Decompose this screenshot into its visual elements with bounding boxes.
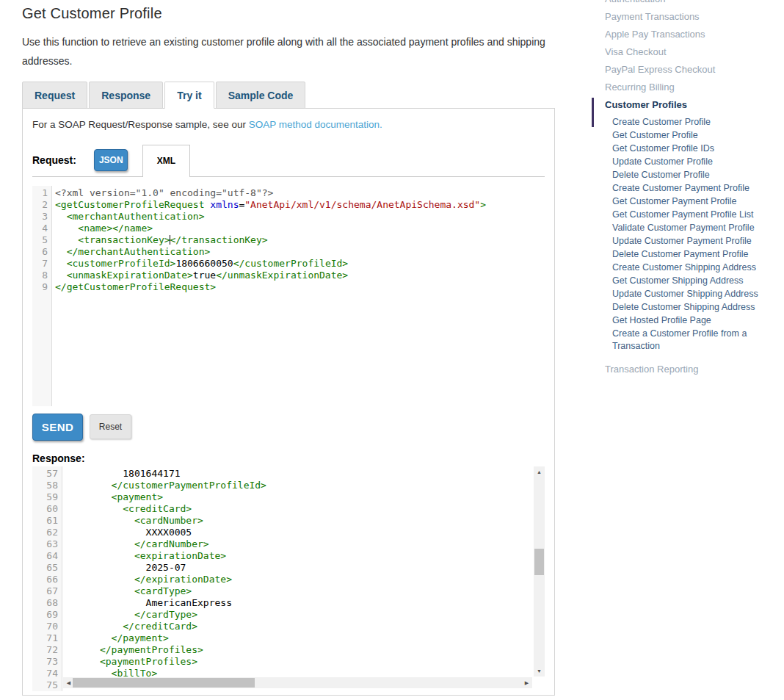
response-viewer-gutter: 57585960616263646566676869707172737475 [32,466,62,691]
sidebar-item-authentication[interactable]: Authentication [592,0,761,5]
try-it-panel: For a SOAP Request/Response sample, see … [22,108,555,696]
soap-method-documentation-link[interactable]: SOAP method documentation. [249,119,382,130]
tab-try-it[interactable]: Try it [164,82,214,109]
soap-note-text: For a SOAP Request/Response sample, see … [32,119,249,130]
main-content: Get Customer Profile Use this function t… [22,0,555,696]
sidebar-item-delete-customer-shipping-address[interactable]: Delete Customer Shipping Address [592,301,763,314]
sidebar-item-create-customer-payment-profile[interactable]: Create Customer Payment Profile [592,182,763,195]
request-editor[interactable]: 123456789 <?xml version="1.0" encoding="… [32,186,545,406]
sidebar-item-update-customer-shipping-address[interactable]: Update Customer Shipping Address [592,288,763,300]
response-horizontal-scrollbar[interactable]: ◀ ▶ [63,677,532,688]
scroll-right-arrow-icon[interactable]: ▶ [521,677,532,688]
sidebar-item-get-customer-payment-profile-list[interactable]: Get Customer Payment Profile List [592,209,763,221]
send-button[interactable]: SEND [32,414,83,441]
sidebar-item-create-customer-shipping-address[interactable]: Create Customer Shipping Address [592,261,763,274]
sidebar-item-customer-profiles[interactable]: Customer Profiles [592,98,761,111]
response-vertical-scrollbar[interactable]: ▲ ▼ [534,466,545,676]
scroll-down-arrow-icon[interactable]: ▼ [534,665,545,676]
vertical-scroll-thumb[interactable] [534,549,544,575]
sidebar-item-get-customer-profile-ids[interactable]: Get Customer Profile IDs [592,142,763,155]
sidebar-item-apple-pay-transactions[interactable]: Apple Pay Transactions [592,28,761,40]
reset-button[interactable]: Reset [90,414,131,439]
sidebar-item-delete-customer-profile[interactable]: Delete Customer Profile [592,169,763,181]
sidebar-item-payment-transactions[interactable]: Payment Transactions [592,10,761,23]
response-viewer: 57585960616263646566676869707172737475 1… [32,466,545,691]
response-code: 1801644171 </customerPaymentProfileId> <… [62,466,545,691]
sidebar-item-update-customer-profile[interactable]: Update Customer Profile [592,156,763,168]
sidebar-item-validate-customer-payment-profile[interactable]: Validate Customer Payment Profile [592,222,763,234]
sidebar-item-get-customer-shipping-address[interactable]: Get Customer Shipping Address [592,275,763,287]
request-label: Request: [32,154,76,166]
request-format-bar: Request: JSON XML [32,145,545,177]
tab-sample-code[interactable]: Sample Code [216,82,306,109]
request-editor-gutter: 123456789 [32,186,52,406]
sidebar-item-get-customer-profile[interactable]: Get Customer Profile [592,129,763,142]
scroll-up-arrow-icon[interactable]: ▲ [534,466,545,477]
tab-request[interactable]: Request [22,82,87,109]
action-buttons: SEND Reset [32,414,545,441]
response-label: Response: [32,452,545,464]
page-title: Get Customer Profile [22,5,555,22]
tab-response[interactable]: Response [89,82,163,109]
sidebar-item-update-customer-payment-profile[interactable]: Update Customer Payment Profile [592,235,763,248]
request-code[interactable]: <?xml version="1.0" encoding="utf-8"?><g… [52,186,545,406]
sidebar-item-transaction-reporting[interactable]: Transaction Reporting [592,363,761,375]
sidebar-item-paypal-express-checkout[interactable]: PayPal Express Checkout [592,63,761,76]
json-format-button[interactable]: JSON [94,149,128,171]
sidebar-item-create-a-customer-profile-from-a-transaction[interactable]: Create a Customer Profile from a Transac… [592,328,763,353]
sidebar-item-get-customer-payment-profile[interactable]: Get Customer Payment Profile [592,195,763,208]
sidebar-item-visa-checkout[interactable]: Visa Checkout [592,46,761,58]
soap-note: For a SOAP Request/Response sample, see … [32,119,545,130]
sidebar-nav: AuthenticationPayment TransactionsApple … [592,0,772,380]
sidebar-item-create-customer-profile[interactable]: Create Customer Profile [592,116,763,129]
sidebar-item-delete-customer-payment-profile[interactable]: Delete Customer Payment Profile [592,248,763,261]
doc-tabs: RequestResponseTry itSample Code [22,82,555,108]
sidebar-item-get-hosted-profile-page[interactable]: Get Hosted Profile Page [592,314,763,327]
sidebar-item-recurring-billing[interactable]: Recurring Billing [592,81,761,93]
horizontal-scroll-thumb[interactable] [73,678,255,688]
page-description: Use this function to retrieve an existin… [22,33,555,71]
xml-format-tab[interactable]: XML [142,145,190,177]
